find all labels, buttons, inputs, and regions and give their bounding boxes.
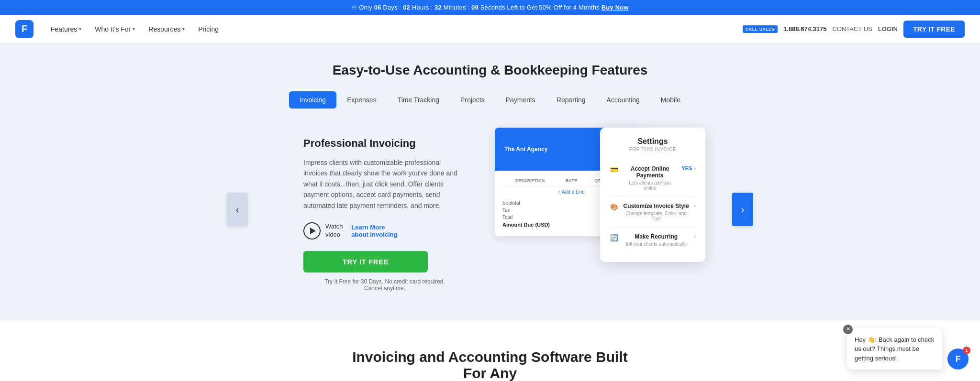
payments-icon: 💳 bbox=[610, 166, 618, 174]
try-free-note-1: Try It Free for 30 Days. No credit card … bbox=[324, 278, 445, 285]
tab-payments[interactable]: Payments bbox=[495, 91, 546, 109]
settings-subtitle: For This Invoice bbox=[610, 147, 696, 152]
banner-minutes: 32 bbox=[434, 4, 442, 11]
chat-logo-letter: F bbox=[956, 354, 961, 364]
payments-action: YES › bbox=[681, 165, 696, 171]
feature-left: Professional Invoicing Impress clients w… bbox=[303, 128, 466, 292]
resources-label: Resources bbox=[148, 25, 180, 33]
top-banner: ♾ Only 06 Days : 02 Hours : 32 Minutes :… bbox=[0, 0, 980, 15]
phone-number[interactable]: 1.888.674.3175 bbox=[783, 25, 826, 33]
tax-label: Tax bbox=[502, 207, 510, 213]
play-button[interactable] bbox=[303, 222, 321, 239]
banner-cta[interactable]: Buy Now bbox=[601, 4, 629, 11]
navbar: F Features ▾ Who It's For ▾ Resources ▾ … bbox=[0, 15, 980, 44]
chat-bubble: ✕ Hey 👋! Back again to check us out? Thi… bbox=[847, 328, 943, 370]
bottom-section: Invoicing and Accounting Software Built … bbox=[0, 320, 980, 381]
col-rate: Rate bbox=[557, 178, 585, 183]
total-label: Total bbox=[502, 215, 512, 220]
feature-try-free-button[interactable]: TRY IT FREE bbox=[303, 251, 428, 272]
banner-days: 06 bbox=[374, 4, 381, 11]
prev-arrow[interactable]: ‹ bbox=[227, 193, 248, 226]
call-sales-badge[interactable]: CALL SALES bbox=[743, 25, 778, 33]
yes-badge: YES bbox=[681, 165, 692, 171]
settings-item-style[interactable]: 🎨 Customize Invoice Style Change templat… bbox=[610, 197, 696, 228]
recurring-icon: 🔄 bbox=[610, 234, 618, 242]
watch-text: Watchvideo bbox=[325, 223, 343, 239]
nav-right: CALL SALES 1.888.674.3175 CONTACT US LOG… bbox=[743, 21, 965, 38]
contact-link[interactable]: CONTACT US bbox=[832, 25, 872, 33]
try-free-note-2: Cancel anytime. bbox=[364, 285, 405, 292]
feature-content: Professional Invoicing Impress clients w… bbox=[275, 128, 705, 292]
pricing-label: Pricing bbox=[198, 25, 219, 33]
nav-try-free-button[interactable]: TRY IT FREE bbox=[903, 21, 965, 38]
tab-time-tracking[interactable]: Time Tracking bbox=[387, 91, 450, 109]
banner-seconds: 09 bbox=[471, 4, 479, 11]
features-label: Features bbox=[51, 25, 77, 33]
chat-bubble-text: Hey 👋! Back again to check us out? Thing… bbox=[855, 336, 934, 362]
hero-section: Easy-to-Use Accounting & Bookkeeping Fea… bbox=[0, 44, 980, 320]
chat-avatar[interactable]: F 1 bbox=[947, 348, 969, 370]
nav-pricing[interactable]: Pricing bbox=[192, 22, 224, 37]
banner-icon: ♾ bbox=[351, 4, 357, 11]
style-sublabel: Change template, Color, and Font bbox=[623, 211, 689, 221]
banner-prefix: Only bbox=[359, 4, 372, 11]
recurring-chevron: › bbox=[694, 233, 696, 239]
watch-label: Watchvideo bbox=[325, 223, 343, 239]
settings-item-text-recurring: Make Recurring Bill your clients automat… bbox=[623, 233, 689, 247]
settings-title: Settings bbox=[610, 137, 696, 146]
payments-chevron: › bbox=[694, 165, 696, 171]
banner-suffix: Left to Get 50% Off for 4 Months bbox=[507, 4, 600, 11]
tab-expenses[interactable]: Expenses bbox=[336, 91, 387, 109]
subtotal-label: Subtotal bbox=[502, 200, 520, 206]
style-icon: 🎨 bbox=[610, 203, 618, 212]
nav-features[interactable]: Features ▾ bbox=[45, 22, 87, 37]
next-arrow[interactable]: › bbox=[732, 193, 753, 226]
watch-video: Watchvideo Learn More about Invoicing bbox=[303, 222, 466, 239]
try-free-note: Try It Free for 30 Days. No credit card … bbox=[303, 278, 466, 292]
payments-sublabel: Lets clients pay you online bbox=[623, 180, 677, 191]
nav-resources[interactable]: Resources ▾ bbox=[143, 22, 190, 37]
tab-projects[interactable]: Projects bbox=[450, 91, 495, 109]
payments-label: Accept Online Payments bbox=[623, 165, 677, 179]
feature-tabs: Invoicing Expenses Time Tracking Project… bbox=[10, 91, 970, 109]
nav-links: Features ▾ Who It's For ▾ Resources ▾ Pr… bbox=[45, 22, 743, 37]
logo-letter: F bbox=[22, 23, 27, 34]
col-description: Description bbox=[502, 178, 557, 183]
settings-item-text-style: Customize Invoice Style Change template,… bbox=[623, 203, 689, 221]
who-for-chevron: ▾ bbox=[133, 26, 135, 32]
tab-invoicing[interactable]: Invoicing bbox=[289, 91, 336, 109]
who-for-label: Who It's For bbox=[95, 25, 131, 33]
invoice-company: The Ant Agency bbox=[504, 146, 547, 152]
tab-reporting[interactable]: Reporting bbox=[546, 91, 596, 109]
bottom-title: Invoicing and Accounting Software Built … bbox=[346, 349, 634, 381]
settings-item-payments[interactable]: 💳 Accept Online Payments Lets clients pa… bbox=[610, 160, 696, 197]
logo[interactable]: F bbox=[15, 20, 33, 38]
chat-widget: ✕ Hey 👋! Back again to check us out? Thi… bbox=[847, 328, 969, 370]
recurring-label: Make Recurring bbox=[623, 233, 689, 240]
recurring-sublabel: Bill your clients automatically bbox=[623, 241, 689, 247]
chat-close-button[interactable]: ✕ bbox=[843, 325, 853, 334]
learn-more-group: Learn More about Invoicing bbox=[351, 224, 397, 238]
style-label: Customize Invoice Style bbox=[623, 203, 689, 209]
tab-mobile[interactable]: Mobile bbox=[650, 91, 691, 109]
nav-who-for[interactable]: Who It's For ▾ bbox=[89, 22, 141, 37]
tab-accounting[interactable]: Accounting bbox=[596, 91, 650, 109]
settings-item-recurring[interactable]: 🔄 Make Recurring Bill your clients autom… bbox=[610, 228, 696, 252]
features-chevron: ▾ bbox=[79, 26, 81, 32]
play-icon bbox=[310, 228, 316, 234]
login-link[interactable]: LOGIN bbox=[878, 25, 898, 33]
amount-due-label: Amount Due (USD) bbox=[502, 222, 550, 228]
bottom-title-line1: Invoicing and Accounting Software Built … bbox=[352, 349, 628, 381]
hero-inner: ‹ › Professional Invoicing Impress clien… bbox=[227, 128, 753, 292]
chat-notification-badge: 1 bbox=[963, 347, 970, 354]
learn-more-link-1[interactable]: Learn More bbox=[351, 224, 397, 231]
banner-hours: 02 bbox=[403, 4, 410, 11]
learn-more-link-2[interactable]: about Invoicing bbox=[351, 231, 397, 238]
settings-panel: Settings For This Invoice 💳 Accept Onlin… bbox=[600, 128, 705, 262]
feature-right: The Ant Agency ✦ Description Rate Qty Li… bbox=[495, 128, 677, 236]
recurring-action: › bbox=[694, 233, 696, 239]
feature-description: Impress clients with customizable profes… bbox=[303, 157, 466, 211]
hero-title: Easy-to-Use Accounting & Bookkeeping Fea… bbox=[10, 63, 970, 78]
feature-heading: Professional Invoicing bbox=[303, 137, 466, 150]
resources-chevron: ▾ bbox=[182, 26, 185, 32]
